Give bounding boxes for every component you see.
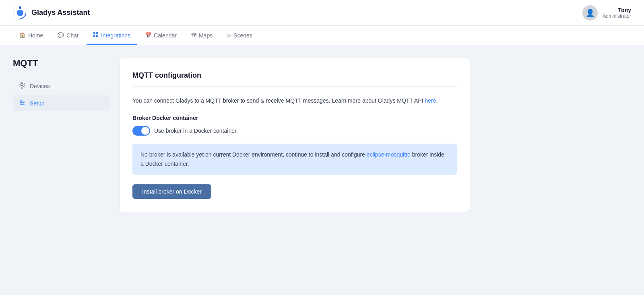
nav-item-home[interactable]: 🏠 Home	[13, 26, 50, 45]
svg-rect-5	[96, 32, 98, 34]
user-section: 👤 Tony Administrator	[582, 5, 631, 21]
svg-point-14	[21, 101, 22, 102]
install-broker-button[interactable]: Install broker on Docker	[132, 184, 211, 199]
nav-item-maps[interactable]: 🗺 Maps	[185, 26, 219, 45]
description-link[interactable]: here	[425, 97, 436, 104]
nav-label-home: Home	[28, 32, 43, 39]
nav-item-integrations[interactable]: Integrations	[87, 26, 137, 45]
nav-item-chat[interactable]: 💬 Chat	[51, 26, 85, 45]
main-content: MQTT Devices	[0, 45, 483, 225]
header: Gladys Assistant 👤 Tony Administrator	[0, 0, 644, 26]
chat-icon: 💬	[58, 32, 64, 38]
svg-point-8	[21, 85, 23, 86]
info-text-before: No broker is available yet on current Do…	[140, 151, 367, 158]
calendar-icon: 📅	[145, 32, 151, 38]
nav-label-calendar: Calendar	[154, 32, 177, 39]
info-box: No broker is available yet on current Do…	[132, 144, 457, 175]
description: You can connect Gladys to a MQTT broker …	[132, 96, 457, 105]
scenes-icon: ▷	[227, 32, 231, 38]
toggle-row: Use broker in a Docker container.	[132, 126, 457, 136]
avatar: 👤	[582, 5, 598, 21]
devices-icon	[19, 82, 26, 90]
svg-point-1	[17, 10, 23, 16]
svg-rect-4	[93, 32, 95, 34]
description-text-after: .	[436, 97, 438, 104]
sidebar-label-setup: Setup	[30, 100, 45, 107]
content-area: MQTT configuration You can connect Glady…	[119, 58, 470, 212]
sidebar-label-devices: Devices	[30, 83, 50, 89]
eclipse-mosquitto-link[interactable]: eclipse-mosquitto	[367, 151, 411, 158]
svg-point-3	[19, 6, 21, 9]
nav-label-scenes: Scenes	[233, 32, 252, 39]
setup-icon	[19, 99, 26, 107]
nav-label-chat: Chat	[66, 32, 78, 39]
integrations-icon	[93, 32, 99, 39]
docker-broker-toggle[interactable]	[132, 126, 150, 136]
nav-label-integrations: Integrations	[101, 32, 130, 39]
description-text-before: You can connect Gladys to a MQTT broker …	[132, 97, 425, 104]
toggle-label: Use broker in a Docker container.	[154, 128, 238, 134]
svg-point-15	[23, 102, 24, 103]
user-info: Tony Administrator	[603, 7, 631, 19]
mqtt-config-card: MQTT configuration You can connect Glady…	[119, 58, 470, 212]
sidebar-item-setup[interactable]: Setup	[13, 95, 109, 111]
nav-item-scenes[interactable]: ▷ Scenes	[221, 26, 259, 45]
logo-area: Gladys Assistant	[13, 6, 90, 20]
gladys-logo-icon	[13, 6, 27, 20]
sidebar-title: MQTT	[13, 58, 109, 68]
sidebar: MQTT Devices	[13, 58, 109, 212]
user-role: Administrator	[603, 13, 631, 19]
sidebar-item-devices[interactable]: Devices	[13, 78, 109, 94]
svg-point-16	[21, 104, 22, 105]
svg-rect-7	[96, 35, 98, 37]
main-nav: 🏠 Home 💬 Chat Integrations 📅 Calendar 🗺 …	[0, 26, 644, 45]
svg-rect-6	[93, 35, 95, 37]
user-name: Tony	[618, 7, 631, 13]
nav-item-calendar[interactable]: 📅 Calendar	[138, 26, 183, 45]
nav-label-maps: Maps	[199, 32, 213, 39]
broker-section-label: Broker Docker container	[132, 115, 457, 121]
home-icon: 🏠	[19, 32, 26, 38]
card-title: MQTT configuration	[132, 71, 457, 87]
app-title: Gladys Assistant	[31, 8, 90, 17]
maps-icon: 🗺	[191, 32, 196, 38]
